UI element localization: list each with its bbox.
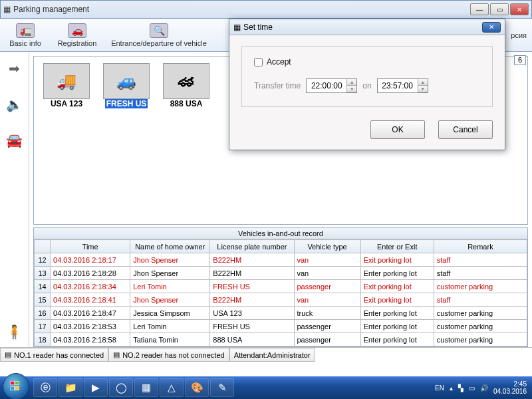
cell-owner: Jhon Spenser [130,267,210,280]
window-title: Parking management [13,5,89,14]
cell-enter: Exit porking lot [360,253,434,267]
table-row[interactable]: 1804.03.2016 2:18:58Tatiana Tomin888 USA… [35,333,527,346]
table-title: Vehicles in-and-out record [34,228,527,239]
spin-down-icon[interactable]: ▼ [418,86,428,92]
cell-enter: Enter porking lot [360,333,434,346]
col-owner[interactable]: Name of home owner [130,240,210,253]
time-from-field[interactable] [307,81,346,90]
table-row[interactable]: 1604.03.2016 2:18:47Jessica SimpsomUSA 1… [35,307,527,320]
window-buttons: — ▭ ✕ [470,3,529,15]
ie-icon[interactable]: ⓔ [33,378,57,397]
ok-button[interactable]: OK [370,120,425,139]
cancel-button[interactable]: Cancel [438,120,493,139]
cell-enter: Exit porking lot [360,293,434,307]
col-enter[interactable]: Enter or Exit [360,240,434,253]
time-from-input[interactable]: ▲▼ [306,78,357,93]
minimize-button[interactable]: — [470,3,489,15]
explorer-icon[interactable]: 📁 [59,378,82,397]
table-row[interactable]: 1404.03.2016 2:18:34Leri TominFRESH USpa… [35,280,527,293]
app-icon[interactable]: △ [160,378,184,397]
speaker-icon[interactable]: 🔊 [480,384,488,392]
clock-time: 2:45 [493,380,527,388]
cell-owner: Jhon Spenser [130,253,210,267]
status-text: NO.2 reader has not connected [122,351,224,359]
lang-indicator[interactable]: EN [435,384,444,392]
left-sidebar: ➡ 🔈 🚘 🧍 [0,52,29,347]
table-row[interactable]: 1304.03.2016 2:18:28Jhon SpenserB222HMva… [35,267,527,280]
spin-down-icon[interactable]: ▼ [347,86,356,92]
flag-icon[interactable]: ▚ [458,384,464,392]
taskbar-clock[interactable]: 2:45 04.03.2016 [493,380,527,395]
app-icon: ▦ [233,23,241,32]
windows-logo-icon [10,381,22,392]
reader-icon: ▤ [113,350,120,359]
records-table: Time Name of home owner License plate nu… [34,239,527,346]
app-icon[interactable]: ▦ [134,378,158,397]
car-side-icon[interactable]: 🚘 [4,132,25,149]
col-remark[interactable]: Remark [434,240,527,253]
action-icon[interactable]: ▭ [469,384,475,392]
window-title-wrap: ▦ Parking management [3,5,89,14]
accept-checkbox[interactable] [254,58,263,66]
dialog-title: Set time [243,23,273,32]
cell-type: truck [294,307,360,320]
table-row[interactable]: 1504.03.2016 2:18:41Jhon SpenserB222HMva… [35,293,527,307]
toolbar-entrance[interactable]: 🔍 Entrance/departure of vehicle [109,23,209,47]
close-button[interactable]: ✕ [510,3,529,15]
cell-owner: Jessica Simpsom [130,307,210,320]
status-text: NO.1 reader has connected [14,351,104,359]
toolbar-rsia[interactable]: рсия [511,31,527,39]
accept-label: Accept [267,57,291,66]
dialog-titlebar: ▦ Set time ✕ [229,19,505,35]
cell-time: 04.03.2016 2:18:58 [51,333,130,346]
cell-enter: Enter porking lot [360,267,434,280]
person-icon[interactable]: 🧍 [4,323,25,340]
cell-type: passenger [294,320,360,333]
maximize-button[interactable]: ▭ [490,3,509,15]
time-to-field[interactable] [378,81,418,90]
arrow-right-icon[interactable]: ➡ [4,60,25,77]
vehicle-image: 🏎 [163,63,209,99]
time-to-input[interactable]: ▲▼ [377,78,428,93]
spinner: ▲▼ [346,79,356,92]
row-number: 15 [35,293,51,307]
cell-enter: Exit porking lot [360,280,434,293]
windows-taskbar: ⓔ 📁 ▶ ◯ ▦ △ 🎨 ✎ EN ▴ ▚ ▭ 🔊 2:45 04.03.20… [0,376,532,399]
table-row[interactable]: 1704.03.2016 2:18:53Leri TominFRESH USpa… [35,320,527,333]
col-type[interactable]: Vehicle type [294,240,360,253]
cell-remark: staff [434,253,527,267]
speaker-icon[interactable]: 🔈 [4,96,25,113]
spin-up-icon[interactable]: ▲ [418,79,428,86]
paint-icon[interactable]: 🎨 [185,378,209,397]
toolbar-basic-info[interactable]: 🚛 Basic info [5,23,45,47]
vehicle-thumb[interactable]: 🏎888 USA [163,63,209,108]
row-number: 12 [35,253,51,267]
col-plate[interactable]: License plate number [210,240,294,253]
tray-up-icon[interactable]: ▴ [450,384,453,392]
toolbar-registration[interactable]: 🚗 Registration [57,23,97,47]
cell-type: van [294,267,360,280]
start-button[interactable] [3,373,29,399]
cell-time: 04.03.2016 2:18:41 [51,293,130,307]
table-row[interactable]: 1204.03.2016 2:18:17Jhon SpenserB222HMva… [35,253,527,267]
dialog-body: Accept Transfer time ▲▼ on ▲▼ OK Cancel [229,35,505,150]
toolbar-label: Registration [58,39,97,47]
accept-row: Accept [254,57,480,66]
page-indicator[interactable]: 6 [514,55,526,65]
app-icon: ▦ [3,5,11,14]
app-icon[interactable]: ✎ [210,378,234,397]
status-reader1: ▤NO.1 reader has connected [0,348,108,362]
media-icon[interactable]: ▶ [84,378,108,397]
dialog-close-button[interactable]: ✕ [482,22,501,33]
cell-enter: Enter porking lot [360,320,434,333]
chrome-icon[interactable]: ◯ [109,378,133,397]
cell-owner: Tatiana Tomin [130,333,210,346]
row-number: 13 [35,267,51,280]
vehicle-thumb[interactable]: 🚚USA 123 [43,63,90,108]
vehicle-plate-label: FRESH US [105,99,148,108]
vehicle-thumb[interactable]: 🚙FRESH US [103,63,150,108]
cell-plate: USA 123 [210,307,294,320]
magnify-car-icon: 🔍 [150,23,168,38]
col-time[interactable]: Time [51,240,130,253]
spin-up-icon[interactable]: ▲ [347,79,356,86]
